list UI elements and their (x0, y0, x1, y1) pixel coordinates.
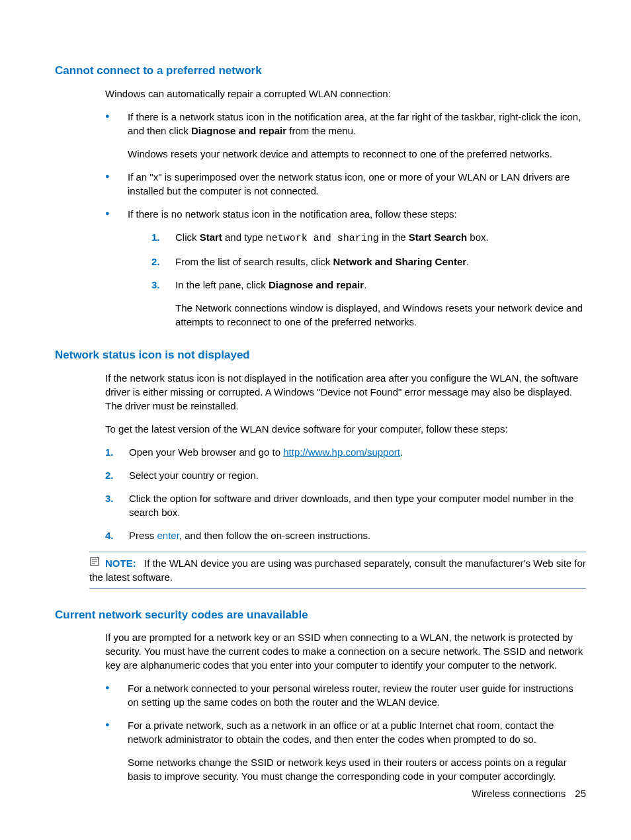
sub-text: The Network connections window is displa… (175, 301, 586, 329)
list-item: Open your Web browser and go to http://w… (105, 445, 586, 459)
note-text: If the WLAN device you are using was pur… (89, 558, 586, 583)
intro-text: Windows can automatically repair a corru… (105, 87, 586, 101)
list-item: If there is a network status icon in the… (105, 110, 586, 161)
list-item: Select your country or region. (105, 468, 586, 482)
list-item: Click Start and type network and sharing… (151, 230, 586, 245)
text: Press (129, 530, 157, 541)
note-label: NOTE: (105, 558, 136, 569)
sub-text: Some networks change the SSID or network… (128, 755, 586, 783)
text: If there is no network status icon in th… (128, 208, 457, 220)
sub-text: Windows resets your network device and a… (128, 147, 586, 161)
heading-security-codes: Current network security codes are unava… (55, 607, 586, 623)
text: . (400, 446, 403, 458)
bold-text: Start Search (409, 231, 467, 243)
key-text: enter (157, 530, 179, 541)
list-item: Click the option for software and driver… (105, 491, 586, 519)
note-icon (89, 556, 103, 570)
text: Open your Web browser and go to (129, 446, 283, 458)
text: From the list of search results, click (175, 256, 333, 267)
heading-cannot-connect: Cannot connect to a preferred network (55, 63, 586, 79)
list-item: In the left pane, click Diagnose and rep… (151, 278, 586, 329)
mono-text: network and sharing (266, 233, 379, 244)
list-item: For a private network, such as a network… (105, 718, 586, 783)
support-link[interactable]: http://www.hp.com/support (283, 446, 400, 458)
bullet-list: If there is a network status icon in the… (105, 110, 586, 329)
text: Click (175, 231, 200, 243)
list-item: For a network connected to your personal… (105, 681, 586, 709)
list-item: If there is no network status icon in th… (105, 207, 586, 329)
text: In the left pane, click (175, 279, 269, 290)
ordered-list: Click Start and type network and sharing… (151, 230, 586, 329)
text: For a private network, such as a network… (128, 720, 554, 745)
page-number: 25 (575, 788, 586, 799)
page-footer: Wireless connections25 (472, 786, 586, 800)
list-item: From the list of search results, click N… (151, 255, 586, 269)
bold-text: Diagnose and repair (269, 279, 364, 290)
body-text: If the network status icon is not displa… (105, 371, 586, 413)
note-box: NOTE: If the WLAN device you are using w… (89, 552, 586, 589)
document-page: Cannot connect to a preferred network Wi… (0, 0, 631, 832)
bullet-list: For a network connected to your personal… (105, 681, 586, 783)
bold-text: Start (200, 231, 222, 243)
text: , and then follow the on-screen instruct… (179, 530, 370, 541)
heading-network-status: Network status icon is not displayed (55, 347, 586, 363)
list-item: If an "x" is superimposed over the netwo… (105, 170, 586, 198)
bold-text: Network and Sharing Center (333, 256, 466, 267)
text: in the (379, 231, 409, 243)
list-item: Press enter, and then follow the on-scre… (105, 528, 586, 542)
text: from the menu. (286, 125, 356, 136)
ordered-list: Open your Web browser and go to http://w… (105, 445, 586, 542)
body-text: To get the latest version of the WLAN de… (105, 422, 586, 436)
text: . (364, 279, 366, 290)
bold-text: Diagnose and repair (191, 125, 286, 136)
text: and type (222, 231, 266, 243)
footer-section: Wireless connections (472, 788, 566, 799)
text: . (466, 256, 469, 267)
text: box. (467, 231, 489, 243)
body-text: If you are prompted for a network key or… (105, 630, 586, 672)
